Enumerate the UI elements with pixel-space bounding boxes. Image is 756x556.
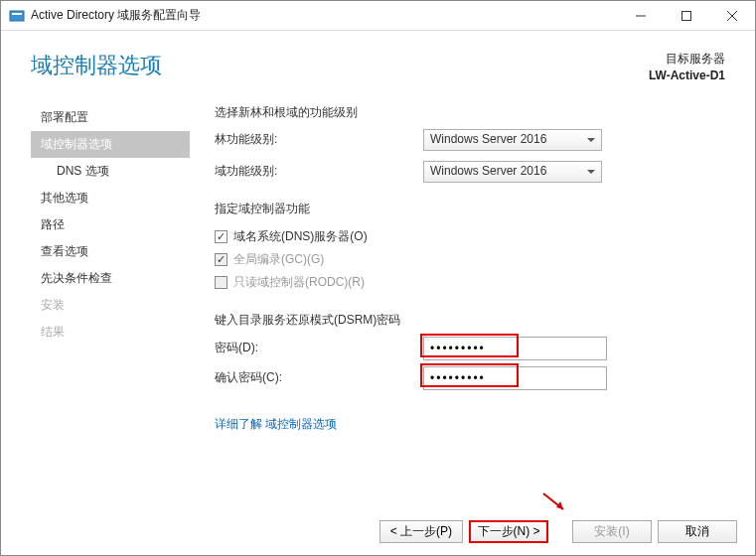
next-button[interactable]: 下一步(N) > (469, 520, 548, 543)
rodc-checkbox-row: 只读域控制器(RODC)(R) (215, 271, 725, 294)
domain-level-dropdown[interactable]: Windows Server 2016 (423, 161, 602, 183)
page-title: 域控制器选项 (31, 51, 649, 80)
password-wrap (423, 337, 607, 360)
close-button[interactable] (709, 1, 755, 30)
arrow-annotation-icon (539, 489, 571, 515)
gc-checkbox-label: 全局编录(GC)(G) (233, 251, 324, 268)
dns-checkbox[interactable] (215, 230, 227, 243)
window-controls (618, 1, 755, 30)
sidebar-item-2[interactable]: DNS 选项 (31, 158, 190, 185)
password-row: 密码(D): (215, 337, 725, 360)
sidebar-item-3[interactable]: 其他选项 (31, 185, 190, 211)
dns-checkbox-row[interactable]: 域名系统(DNS)服务器(O) (215, 225, 725, 248)
sidebar-item-0[interactable]: 部署配置 (31, 104, 190, 131)
install-button: 安装(I) (572, 520, 652, 543)
svg-rect-1 (12, 13, 22, 15)
window-title: Active Directory 域服务配置向导 (31, 7, 618, 24)
previous-button[interactable]: < 上一步(P) (379, 520, 463, 543)
target-server-name: LW-Active-D1 (649, 68, 725, 84)
gc-checkbox-row: 全局编录(GC)(G) (215, 248, 725, 271)
password-label: 密码(D): (215, 340, 423, 356)
cancel-button[interactable]: 取消 (658, 520, 737, 543)
capabilities-title: 指定域控制器功能 (215, 201, 725, 217)
forest-level-label: 林功能级别: (215, 131, 423, 148)
functional-level-title: 选择新林和根域的功能级别 (215, 104, 725, 121)
confirm-password-wrap (423, 366, 607, 390)
forest-level-row: 林功能级别: Windows Server 2016 (215, 129, 725, 151)
app-icon (9, 8, 25, 24)
dns-checkbox-label: 域名系统(DNS)服务器(O) (233, 228, 368, 245)
domain-level-label: 域功能级别: (215, 163, 423, 180)
forest-level-dropdown[interactable]: Windows Server 2016 (423, 129, 602, 151)
gc-checkbox (215, 253, 227, 266)
sidebar-item-5[interactable]: 查看选项 (31, 238, 190, 265)
domain-level-row: 域功能级别: Windows Server 2016 (215, 161, 725, 183)
dsrm-title: 键入目录服务还原模式(DSRM)密码 (215, 312, 725, 329)
sidebar-item-8: 结果 (31, 319, 190, 346)
svg-rect-3 (682, 11, 691, 20)
rodc-checkbox-label: 只读域控制器(RODC)(R) (233, 274, 365, 291)
button-bar: < 上一步(P) 下一步(N) > 安装(I) 取消 (379, 520, 737, 543)
sidebar-item-1[interactable]: 域控制器选项 (31, 131, 190, 158)
password-highlight (420, 334, 519, 357)
minimize-button[interactable] (618, 1, 664, 30)
target-server-info: 目标服务器 LW-Active-D1 (649, 51, 725, 84)
target-label: 目标服务器 (649, 51, 725, 68)
wizard-header: 域控制器选项 目标服务器 LW-Active-D1 (1, 31, 755, 84)
sidebar-item-7: 安装 (31, 292, 190, 319)
sidebar: 部署配置域控制器选项DNS 选项其他选项路径查看选项先决条件检查安装结果 (31, 104, 190, 482)
titlebar: Active Directory 域服务配置向导 (1, 1, 755, 31)
svg-rect-0 (10, 11, 24, 21)
wizard-content: 部署配置域控制器选项DNS 选项其他选项路径查看选项先决条件检查安装结果 选择新… (1, 84, 755, 482)
confirm-password-row: 确认密码(C): (215, 366, 725, 390)
main-panel: 选择新林和根域的功能级别 林功能级别: Windows Server 2016 … (190, 104, 725, 482)
maximize-button[interactable] (664, 1, 709, 30)
confirm-password-label: 确认密码(C): (215, 369, 423, 386)
sidebar-item-4[interactable]: 路径 (31, 211, 190, 238)
sidebar-item-6[interactable]: 先决条件检查 (31, 265, 190, 292)
learn-more-link[interactable]: 详细了解 域控制器选项 (215, 416, 337, 433)
confirm-password-highlight (420, 363, 519, 387)
rodc-checkbox (215, 276, 227, 289)
